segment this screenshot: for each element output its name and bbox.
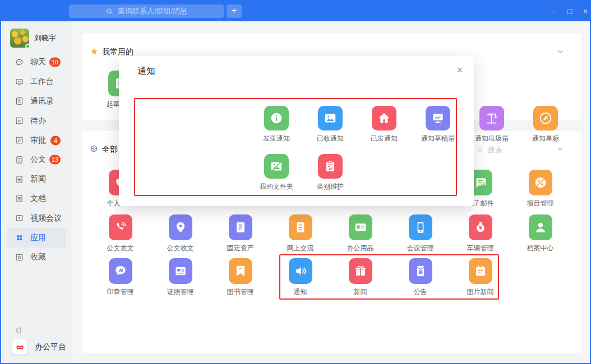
svg-text:¥: ¥ <box>419 270 422 274</box>
brand-name: 办公平台 <box>35 342 66 352</box>
sidebar: 刘晓宇 聊天 10 工作台 通讯录 待办 审批 4 <box>2 21 71 363</box>
notification-modal: 通知 × 发送通知 已收通知 已发通知 通知草稿箱 通知垃圾箱 通知星标 <box>119 56 474 206</box>
calendar-icon <box>469 258 492 284</box>
chat-icon <box>15 58 24 67</box>
official-doc-badge: 13 <box>49 155 61 165</box>
app-window: 查询联系人/群组/消息 + – □ × 刘晓宇 聊天 10 工作台 通讯录 <box>0 0 591 364</box>
id-card-icon <box>349 214 372 240</box>
sidebar-item-chat[interactable]: 聊天 10 <box>7 53 66 72</box>
app-tile-fixed-assets[interactable]: 固定资产 <box>210 214 270 253</box>
clipboard-check-icon <box>318 154 343 179</box>
phone-icon <box>109 214 132 240</box>
app-tile-vehicle-mgmt[interactable]: ¥ 车辆管理 <box>450 214 510 253</box>
app-tile-office-supplies[interactable]: 办公用品 <box>330 214 390 253</box>
modal-tile-draft-box[interactable]: 通知草稿箱 <box>411 106 465 143</box>
red-envelope-icon: ¥ <box>409 258 432 284</box>
monitor-icon <box>426 106 450 130</box>
gift-icon <box>349 258 372 284</box>
app-tile-news[interactable]: 新闻 <box>330 258 390 297</box>
global-search-input[interactable]: 查询联系人/群组/消息 <box>69 4 224 18</box>
collapse-sidebar-icon[interactable] <box>12 325 24 336</box>
titlebar: 查询联系人/群组/消息 + – □ × <box>1 1 590 21</box>
app-tile-photo-news[interactable]: 图片新闻 <box>450 258 510 297</box>
global-search-placeholder: 查询联系人/群组/消息 <box>118 6 187 16</box>
all-apps-title: 全部 <box>102 144 118 155</box>
sidebar-item-official-doc[interactable]: 公文 13 <box>7 150 66 170</box>
app-tile-archive-center[interactable]: 档案中心 <box>510 214 570 253</box>
close-button[interactable]: × <box>579 1 591 21</box>
app-tile-book-mgmt[interactable]: 图书管理 <box>210 258 270 297</box>
sidebar-item-docs[interactable]: 文档 <box>7 189 66 209</box>
chat-seal-icon: N <box>109 258 132 284</box>
apps-icon <box>15 233 24 242</box>
news-icon <box>15 175 24 184</box>
chevron-down-icon[interactable] <box>556 47 565 56</box>
maximize-button[interactable]: □ <box>563 1 576 21</box>
user-profile[interactable]: 刘晓宇 <box>10 29 56 48</box>
money-bag-icon: ¥ <box>469 214 492 240</box>
modal-tile-my-folder[interactable]: 我的文件夹 <box>250 154 303 192</box>
modal-tile-received-notification[interactable]: 已收通知 <box>303 106 357 143</box>
image-icon <box>318 106 343 130</box>
official-doc-icon <box>15 155 24 165</box>
app-tile-seal-mgmt[interactable]: N 印章管理 <box>90 258 150 297</box>
search-icon <box>105 7 114 16</box>
approval-icon <box>15 136 24 145</box>
license-card-icon <box>169 258 192 284</box>
pencil-icon <box>533 106 558 130</box>
app-tile-doc-receive[interactable]: 公文收文 <box>150 214 210 253</box>
sidebar-item-workbench[interactable]: 工作台 <box>7 72 66 92</box>
modal-tile-sent-notification[interactable]: 已发通知 <box>357 106 411 143</box>
search-icon <box>477 146 484 154</box>
speaker-icon <box>289 258 312 284</box>
modal-tile-send-notification[interactable]: 发送通知 <box>250 106 303 143</box>
chevron-down-icon[interactable] <box>556 144 565 153</box>
app-tile-license-mgmt[interactable]: 证照管理 <box>150 258 210 297</box>
minimize-button[interactable]: – <box>546 1 560 21</box>
sidebar-item-todo[interactable]: 待办 <box>7 111 66 130</box>
favorites-icon <box>15 253 24 262</box>
document-icon <box>229 214 252 240</box>
sidebar-item-contacts[interactable]: 通讯录 <box>7 92 66 111</box>
sidebar-item-favorites[interactable]: 收藏 <box>7 248 66 267</box>
bookmark-icon <box>229 258 252 284</box>
app-tile-online-exchange[interactable]: 网上交流 <box>270 214 330 253</box>
palette-icon <box>529 170 552 195</box>
modal-tile-trash-box[interactable]: 通知垃圾箱 <box>465 106 519 143</box>
app-tile-doc-send[interactable]: 公文发文 <box>90 214 150 253</box>
user-name: 刘晓宇 <box>34 33 56 43</box>
sidebar-item-news[interactable]: 新闻 <box>7 170 66 189</box>
infinity-logo-icon: ∞ <box>12 339 27 354</box>
apps-search-input[interactable]: 搜索 <box>477 145 502 155</box>
sidebar-item-video-meeting[interactable]: 视频会议 <box>7 208 66 228</box>
apps-search-placeholder: 搜索 <box>488 145 502 155</box>
todo-icon <box>15 116 24 125</box>
location-pin-icon <box>169 214 192 240</box>
brand: ∞ 办公平台 <box>12 339 66 354</box>
sidebar-nav: 聊天 10 工作台 通讯录 待办 审批 4 公文 <box>2 53 71 267</box>
mobile-icon <box>409 214 432 240</box>
app-tile-meeting-mgmt[interactable]: 会议管理 <box>390 214 450 253</box>
workbench-icon <box>15 77 24 87</box>
crane-icon <box>479 106 504 130</box>
sidebar-item-approval[interactable]: 审批 4 <box>7 130 66 150</box>
sidebar-item-apps[interactable]: 应用 <box>7 228 66 248</box>
modal-tile-category-maintenance[interactable]: 类别维护 <box>303 154 357 192</box>
list-icon <box>289 214 312 240</box>
app-tile-notification[interactable]: 通知 <box>270 258 330 297</box>
home-icon <box>372 106 396 130</box>
modal-close-icon[interactable]: × <box>456 64 463 76</box>
contacts-icon <box>15 96 24 106</box>
svg-text:¥: ¥ <box>479 225 482 231</box>
modal-tile-starred[interactable]: 通知星标 <box>519 106 572 143</box>
image-off-icon <box>264 154 289 179</box>
docs-icon <box>15 194 24 203</box>
modal-title: 通知 <box>137 66 155 77</box>
person-icon <box>529 214 552 240</box>
chat-badge: 10 <box>49 58 61 67</box>
app-tile-announcement[interactable]: ¥ 公告 <box>390 258 450 297</box>
add-button[interactable]: + <box>227 4 242 18</box>
avatar <box>10 29 29 48</box>
app-tile-project-mgmt[interactable]: 项目管理 <box>510 170 570 208</box>
video-meeting-icon <box>15 213 24 223</box>
